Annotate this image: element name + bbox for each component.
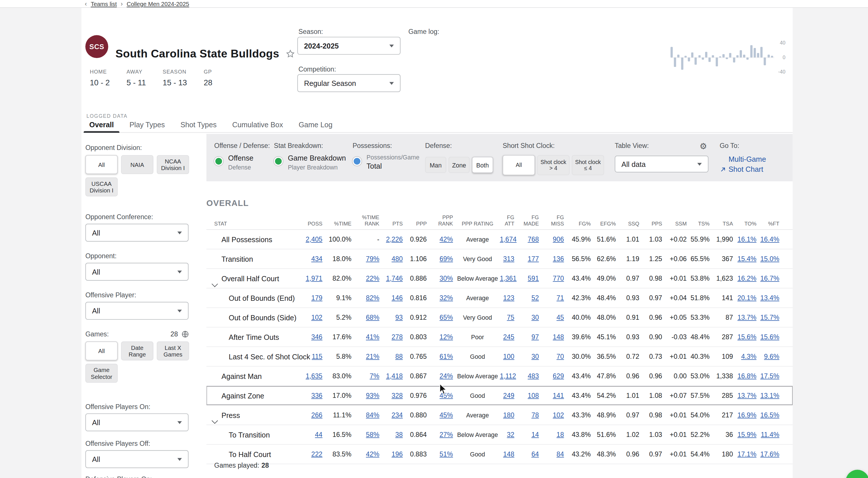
column-header-ppp[interactable]: PPP	[405, 220, 429, 229]
cell-ppp-rank[interactable]: 45%	[429, 391, 455, 399]
cell-ft[interactable]: 16.4%	[758, 236, 781, 243]
cell-poss[interactable]: 2,405	[296, 236, 324, 243]
game-log-bar[interactable]	[715, 57, 718, 66]
button-zone[interactable]: Zone	[448, 157, 470, 173]
cell-fg-miss[interactable]: 136	[541, 255, 566, 263]
collapse-chevron-icon[interactable]	[212, 417, 218, 423]
season-select[interactable]: 2024-2025	[297, 37, 400, 55]
column-header-pps[interactable]: PPS	[641, 220, 664, 229]
offensive-players-off-select[interactable]: All	[85, 450, 188, 468]
radio-selected-icon[interactable]	[352, 157, 361, 166]
column-header-ts[interactable]: TS%	[689, 220, 712, 229]
cell-time-rank[interactable]: 79%	[353, 255, 381, 263]
cell-time-rank[interactable]: 68%	[353, 313, 381, 321]
cell-ppp-rank[interactable]: 65%	[429, 313, 455, 321]
cell-fg-made[interactable]: 97	[517, 333, 541, 341]
game-log-bar[interactable]	[757, 53, 760, 57]
cell-ft[interactable]: 15.0%	[758, 255, 781, 263]
table-row-after-time-outs[interactable]: After Time Outs34617.6%41%2780.80312%Poo…	[207, 327, 793, 347]
opponent-select[interactable]: All	[85, 263, 188, 281]
column-header-tsa[interactable]: TSA	[712, 220, 735, 229]
game-log-bar[interactable]	[709, 57, 711, 62]
cell-to[interactable]: 16.8%	[735, 372, 759, 380]
cell-ft[interactable]: 15.6%	[758, 333, 781, 341]
column-header-pts[interactable]: PTS	[381, 220, 405, 229]
favorite-star-icon[interactable]	[285, 49, 295, 59]
multi-game-shot-chart-link[interactable]: Multi-Game Shot Chart	[719, 155, 766, 174]
offensive-players-on-select[interactable]: All	[85, 413, 188, 431]
table-row-overall-half-court[interactable]: Overall Half Court1,97182.0%22%1,7460.88…	[207, 269, 793, 289]
cell-fg-made[interactable]: 30	[517, 353, 541, 360]
column-header-time[interactable]: %TIME	[324, 220, 353, 229]
button-uscaa-division-i[interactable]: USCAA Division I	[85, 178, 118, 197]
cell-to[interactable]: 20.1%	[735, 294, 759, 302]
cell-time-rank[interactable]: 21%	[353, 353, 381, 360]
button-shot-clock-4[interactable]: Shot clock ≤ 4	[572, 155, 604, 175]
column-header-ssm[interactable]: SSM	[664, 220, 689, 229]
cell-fg-made[interactable]: 177	[517, 255, 541, 263]
column-header-efg[interactable]: EFG%	[593, 220, 618, 229]
cell-to[interactable]: 17.1%	[735, 450, 759, 458]
cell-poss[interactable]: 102	[296, 313, 324, 321]
column-header-ssq[interactable]: SSQ	[618, 220, 642, 229]
column-header-ppp-rank[interactable]: PPP RANK	[429, 215, 455, 229]
stat-breakdown-toggle[interactable]: Game Breakdown Player Breakdown	[274, 154, 346, 171]
cell-ppp-rank[interactable]: 61%	[429, 353, 455, 360]
globe-icon[interactable]	[181, 330, 189, 338]
table-view-select[interactable]: All data	[615, 156, 708, 172]
competition-select[interactable]: Regular Season	[297, 74, 400, 92]
table-row-last-4-sec-of-shot-clock[interactable]: Last 4 Sec. of Shot Clock1155.8%21%880.7…	[207, 347, 793, 366]
table-row-to-transition[interactable]: To Transition4416.5%58%380.86427%Below A…	[207, 425, 793, 445]
cell-time-rank[interactable]: 82%	[353, 294, 381, 302]
cell-fg-made[interactable]: 483	[517, 372, 541, 380]
cell-pts[interactable]: 38	[381, 430, 405, 438]
button-naia[interactable]: NAIA	[121, 155, 153, 174]
game-log-bar[interactable]	[674, 57, 676, 67]
game-log-bar[interactable]	[761, 47, 763, 57]
game-log-bar[interactable]	[681, 57, 683, 70]
breadcrumb-current[interactable]: College Men 2024-2025	[127, 0, 189, 7]
button-game-selector[interactable]: Game Selector	[85, 364, 118, 383]
column-header-to[interactable]: TO%	[735, 220, 759, 229]
button-both[interactable]: Both	[472, 157, 493, 173]
chevron-left-icon[interactable]: ‹	[85, 0, 87, 7]
cell-ft[interactable]: 16.7%	[758, 275, 781, 282]
table-row-to-half-court[interactable]: To Half Court22283.5%42%1960.88351%Good1…	[207, 445, 793, 464]
cell-poss[interactable]: 266	[296, 411, 324, 419]
game-log-bar[interactable]	[753, 48, 756, 57]
button-all[interactable]: All	[85, 155, 118, 174]
column-header-fg[interactable]: FG%	[566, 220, 593, 229]
cell-ppp-rank[interactable]: 69%	[429, 255, 455, 263]
cell-pts[interactable]: 1,746	[381, 275, 405, 282]
game-log-bar[interactable]	[746, 57, 749, 60]
button-all[interactable]: All	[85, 341, 118, 360]
cell-fg-att[interactable]: 245	[500, 333, 517, 341]
game-log-bar[interactable]	[768, 55, 770, 57]
cell-fg-miss[interactable]: 770	[541, 275, 566, 282]
game-log-bar[interactable]	[733, 57, 735, 63]
cell-pts[interactable]: 88	[381, 353, 405, 360]
game-breakdown-option[interactable]: Game Breakdown	[288, 154, 346, 162]
cell-fg-att[interactable]: 148	[500, 450, 517, 458]
cell-fg-miss[interactable]: 141	[541, 391, 566, 399]
cell-ppp-rank[interactable]: 27%	[429, 430, 455, 438]
cell-fg-att[interactable]: 313	[500, 255, 517, 263]
game-log-bar[interactable]	[678, 55, 680, 57]
game-log-bar[interactable]	[671, 47, 673, 57]
cell-ft[interactable]: 13.4%	[758, 294, 781, 302]
cell-ft[interactable]: 17.5%	[758, 372, 781, 380]
game-log-bar[interactable]	[684, 56, 687, 57]
cell-fg-miss[interactable]: 71	[541, 294, 566, 302]
cell-fg-made[interactable]: 52	[517, 294, 541, 302]
chat-button[interactable]	[846, 470, 868, 478]
cell-to[interactable]: 15.9%	[735, 430, 759, 438]
cell-poss[interactable]: 434	[296, 255, 324, 263]
cell-fg-att[interactable]: 249	[500, 391, 517, 399]
cell-fg-miss[interactable]: 45	[541, 313, 566, 321]
button-ncaa-division-i[interactable]: NCAA Division I	[157, 155, 189, 174]
table-row-transition[interactable]: Transition43418.0%79%4801.10669%Very Goo…	[207, 249, 793, 269]
cell-to[interactable]: 15.4%	[735, 255, 759, 263]
cell-fg-miss[interactable]: 84	[541, 450, 566, 458]
cell-ft[interactable]: 16.5%	[758, 411, 781, 419]
cell-pts[interactable]: 1,418	[381, 372, 405, 380]
